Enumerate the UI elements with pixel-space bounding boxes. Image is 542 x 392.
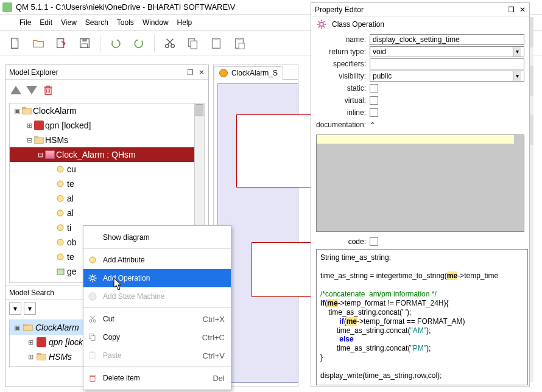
filter-type-dropdown[interactable]: ▾ bbox=[9, 303, 21, 315]
tree-leaf[interactable]: al bbox=[10, 206, 204, 220]
name-input[interactable] bbox=[370, 34, 524, 45]
svg-point-44 bbox=[93, 320, 96, 322]
svg-rect-28 bbox=[24, 325, 32, 331]
code-editor[interactable]: String time_as_string; time_as_string = … bbox=[316, 249, 528, 385]
ctx-copy[interactable]: Copy Ctrl+C bbox=[83, 328, 231, 346]
explorer-header: Model Explorer ❐ ✕ bbox=[5, 65, 208, 80]
cut-button[interactable] bbox=[160, 33, 180, 54]
prop-static-row: static: bbox=[316, 82, 524, 94]
attribute-icon bbox=[56, 180, 66, 188]
restore-icon[interactable]: ❐ bbox=[508, 5, 515, 14]
return-type-select[interactable]: void▾ bbox=[370, 46, 524, 57]
svg-point-21 bbox=[57, 195, 63, 201]
svg-point-50 bbox=[320, 23, 323, 26]
svg-point-24 bbox=[57, 239, 63, 245]
ctx-label: Paste bbox=[103, 351, 198, 360]
delete-icon[interactable] bbox=[42, 83, 54, 97]
copy-button[interactable] bbox=[183, 33, 203, 54]
tree-node-class-selected[interactable]: ⊟ Clock_Alarm : QHsm bbox=[10, 147, 204, 162]
restore-icon[interactable]: ❐ bbox=[187, 68, 194, 77]
documentation-textarea[interactable] bbox=[316, 135, 524, 232]
tree-node-hsms[interactable]: ⊟ HSMs bbox=[10, 133, 204, 147]
save-externally-button[interactable] bbox=[51, 33, 72, 54]
gear-icon bbox=[316, 19, 327, 30]
ctx-separator bbox=[83, 248, 231, 249]
ctx-add-operation[interactable]: Add Operation bbox=[83, 269, 231, 287]
expand-icon[interactable]: ⌃ bbox=[370, 121, 375, 129]
property-type-row: Class Operation bbox=[311, 16, 529, 32]
attribute-icon bbox=[56, 238, 66, 247]
filter-scope-dropdown[interactable]: ▾ bbox=[24, 303, 36, 315]
tab-clock-alarm-sm[interactable]: ClockAlarm_S bbox=[214, 66, 283, 80]
prop-virtual-row: virtual: bbox=[316, 94, 524, 107]
svg-rect-13 bbox=[239, 43, 244, 49]
prop-label: static: bbox=[316, 84, 366, 93]
close-icon[interactable]: ✕ bbox=[519, 5, 526, 14]
ctx-cut[interactable]: Cut Ctrl+X bbox=[83, 310, 231, 328]
svg-line-58 bbox=[323, 21, 325, 23]
attribute-icon bbox=[87, 254, 98, 265]
scrollbar-thumb[interactable] bbox=[195, 104, 203, 116]
state-machine-icon bbox=[219, 69, 228, 77]
tree-leaf[interactable]: al bbox=[10, 191, 204, 206]
paste-special-button[interactable] bbox=[229, 33, 250, 54]
explorer-tools bbox=[5, 80, 208, 100]
open-button[interactable] bbox=[28, 33, 49, 54]
tree-node-label: al bbox=[67, 208, 74, 218]
tree-node-label: ClockAlarm bbox=[33, 106, 77, 116]
ctx-add-attribute[interactable]: Add Attribute bbox=[83, 251, 231, 269]
svg-rect-17 bbox=[35, 138, 43, 144]
static-checkbox[interactable] bbox=[370, 84, 378, 93]
tree-node-label: te bbox=[67, 252, 74, 262]
property-header: Property Editor ❐ ✕ bbox=[311, 3, 529, 16]
tree-leaf[interactable]: cu bbox=[10, 162, 204, 177]
specifiers-input[interactable] bbox=[370, 58, 524, 69]
ctx-show-diagram[interactable]: Show diagram bbox=[83, 228, 231, 247]
menu-search[interactable]: Search bbox=[85, 18, 108, 27]
undo-button[interactable] bbox=[105, 33, 126, 54]
collapse-button[interactable] bbox=[370, 237, 378, 246]
class-icon bbox=[45, 150, 55, 159]
menu-window[interactable]: Window bbox=[143, 18, 169, 27]
property-form: name: return type: void▾ specifiers: vis… bbox=[311, 32, 529, 132]
cut-icon bbox=[87, 313, 98, 324]
ctx-label: Add Operation bbox=[103, 274, 225, 282]
menu-view[interactable]: View bbox=[61, 18, 77, 27]
window-title: QM 5.1.1 - C:\Users\nieki\OneDrive - BHA… bbox=[16, 2, 235, 12]
svg-rect-12 bbox=[238, 38, 241, 40]
redo-button[interactable] bbox=[128, 33, 149, 54]
new-file-button[interactable] bbox=[5, 33, 26, 54]
svg-point-23 bbox=[57, 225, 63, 231]
attribute-icon bbox=[56, 194, 66, 203]
toolbar-separator bbox=[154, 35, 155, 52]
tree-node-label: cu bbox=[67, 164, 76, 174]
ctx-label: Cut bbox=[103, 315, 198, 323]
move-down-icon[interactable] bbox=[26, 86, 37, 94]
svg-point-32 bbox=[90, 257, 96, 263]
package-icon bbox=[37, 352, 46, 361]
attribute-icon bbox=[56, 209, 66, 217]
move-up-icon[interactable] bbox=[10, 86, 21, 94]
inline-checkbox[interactable] bbox=[370, 108, 378, 117]
chevron-down-icon: ▾ bbox=[513, 47, 521, 57]
menu-edit[interactable]: Edit bbox=[40, 18, 52, 27]
svg-line-38 bbox=[90, 275, 91, 276]
menu-file[interactable]: File bbox=[19, 18, 31, 27]
save-button[interactable] bbox=[74, 33, 95, 54]
prop-label: name: bbox=[316, 35, 366, 44]
tree-node-qpn[interactable]: ⊞ qpn [locked] bbox=[10, 118, 204, 133]
ctx-delete[interactable]: Delete item Del bbox=[83, 369, 231, 387]
visibility-select[interactable]: public▾ bbox=[370, 71, 524, 82]
tree-leaf[interactable]: te bbox=[10, 177, 204, 191]
ctx-label: Add State Machine bbox=[103, 292, 225, 301]
menu-help[interactable]: Help bbox=[177, 18, 192, 27]
menu-tools[interactable]: Tools bbox=[117, 18, 134, 27]
svg-rect-1 bbox=[57, 39, 64, 48]
svg-point-42 bbox=[89, 293, 96, 300]
tree-root[interactable]: ▣ ClockAlarm bbox=[10, 103, 204, 118]
svg-rect-16 bbox=[23, 107, 26, 108]
close-icon[interactable]: ✕ bbox=[199, 68, 205, 77]
paste-button[interactable] bbox=[206, 33, 227, 54]
virtual-checkbox[interactable] bbox=[370, 96, 378, 105]
prop-doc-row: documentation: ⌃ bbox=[316, 119, 524, 131]
